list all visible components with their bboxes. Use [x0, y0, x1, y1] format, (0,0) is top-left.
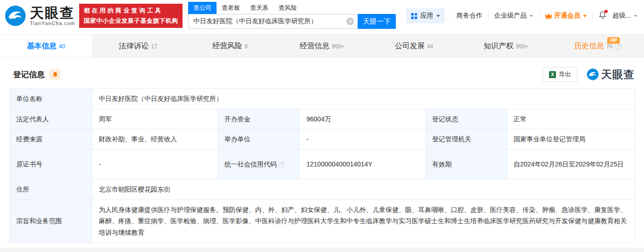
nav-divider: [592, 13, 593, 19]
search-input-wrap: ✕: [188, 14, 358, 29]
chevron-down-icon: [583, 15, 587, 17]
tab-count: 40: [59, 43, 65, 50]
tianyancha-watermark: 天眼查: [587, 67, 635, 82]
tab-label: 经营信息: [300, 41, 330, 51]
field-value: 国家事业单位登记管理局: [507, 129, 635, 150]
tab-count: 44: [427, 43, 433, 50]
table-row: 原证书号 - 统一社会信用代码? 12100000400014014Y 有效期 …: [10, 149, 635, 179]
field-value: 中日友好医院（中日友好临床医学研究所）: [92, 89, 635, 109]
field-label: 单位名称: [10, 89, 92, 109]
tab-count: 70: [606, 43, 612, 50]
logo-text: 天眼查 TianYanCha.com: [30, 6, 75, 26]
tab-business-info[interactable]: 经营信息 999+: [276, 35, 368, 57]
field-label: 统一社会信用代码?: [218, 149, 300, 179]
help-icon[interactable]: ?: [278, 162, 285, 168]
nav-divider: [450, 13, 451, 19]
field-value: -: [92, 149, 218, 179]
nav-item-business-cooperation[interactable]: 商务合作: [456, 12, 482, 20]
field-label-text: 统一社会信用代码: [224, 160, 277, 168]
bell-icon: [52, 72, 58, 78]
tab-history-info[interactable]: VIP 历史信息 70 ?: [552, 35, 644, 57]
tab-intellectual-property[interactable]: 知识产权 999+: [460, 35, 552, 57]
nav-item-account[interactable]: 超级...: [612, 12, 637, 20]
nav-label: 企业级产品: [494, 12, 527, 20]
apps-grid-icon: [411, 13, 418, 20]
tianyancha-logo[interactable]: 天眼查 TianYanCha.com: [5, 5, 75, 27]
notifications-bell[interactable]: [598, 11, 607, 21]
apps-menu-label: 应用: [420, 12, 433, 20]
promo-banner: 都在用的商业查询工具 国家中小企业发展子基金旗下机构: [79, 4, 183, 28]
search-tabs: 查公司 查老板 查关系 查风险: [188, 3, 396, 14]
tab-count: 17: [151, 43, 157, 50]
chevron-down-icon: [634, 15, 637, 17]
logo-brand: 天眼查: [30, 6, 75, 20]
excel-icon: X: [549, 71, 556, 78]
tab-operating-risk[interactable]: 经营风险 9: [184, 35, 276, 57]
table-row: 宗旨和业务范围 为人民身体健康提供医疗与护理保健服务。预防保健、内、外、妇产、妇…: [10, 199, 635, 243]
site-header: 天眼查 TianYanCha.com 都在用的商业查询工具 国家中小企业发展子基…: [0, 0, 644, 34]
watermark-brand: 天眼查: [601, 67, 635, 82]
logo-domain: TianYanCha.com: [30, 20, 75, 26]
field-value: 周军: [92, 109, 218, 129]
page-bottom-strip: [0, 248, 644, 252]
apps-menu[interactable]: 应用: [406, 8, 445, 23]
export-button[interactable]: X 导出: [542, 67, 577, 82]
nav-divider: [539, 13, 539, 19]
field-label: 法定代表人: [10, 109, 92, 129]
table-row: 单位名称 中日友好医院（中日友好临床医学研究所）: [10, 89, 635, 109]
nav-item-open-vip[interactable]: 开通会员: [545, 12, 587, 20]
tianyancha-swirl-icon: [587, 68, 599, 80]
search-tab-risk[interactable]: 查风险: [273, 2, 302, 14]
field-value: -: [300, 129, 426, 150]
field-value: 12100000400014014Y: [300, 149, 426, 179]
field-value: 为人民身体健康提供医疗与护理保健服务。预防保健、内、外、妇产、妇女保健、儿、小儿…: [92, 199, 635, 243]
field-value: 北京市朝阳区樱花园东街: [92, 179, 635, 199]
tab-basic-info[interactable]: 基本信息 40: [0, 35, 92, 57]
search-input[interactable]: [188, 14, 358, 29]
page: 天眼查 TianYanCha.com 都在用的商业查询工具 国家中小企业发展子基…: [0, 0, 644, 252]
tab-count: 9: [244, 43, 248, 50]
top-nav: 应用 商务合作 企业级产品 开通会员: [406, 8, 637, 23]
search-button[interactable]: 天眼一下: [358, 14, 396, 29]
nav-item-enterprise-products[interactable]: 企业级产品: [494, 12, 533, 20]
tab-label: 经营风险: [212, 41, 242, 51]
field-label: 经费来源: [10, 129, 92, 150]
tab-legal-litigation[interactable]: 法律诉讼 17: [92, 35, 184, 57]
promo-banner-line2: 国家中小企业发展子基金旗下机构: [84, 17, 178, 25]
field-value: 自2024年02月26日至2029年02月25日: [507, 149, 635, 179]
tab-label: 知识产权: [484, 41, 514, 51]
field-label: 原证书号: [10, 149, 92, 179]
field-value: 财政补助、事业、经营收入: [92, 129, 218, 150]
tab-company-development[interactable]: 公司发展 44: [368, 35, 460, 57]
tab-label: 法律诉讼: [119, 41, 149, 51]
field-value: 96004万: [300, 109, 426, 129]
search-tab-company[interactable]: 查公司: [188, 2, 217, 14]
field-label: 住所: [10, 179, 92, 199]
account-label: 超级...: [612, 12, 631, 20]
section-title: 登记信息: [13, 69, 45, 80]
chevron-down-icon: [436, 15, 440, 17]
notification-dot: [604, 10, 608, 13]
tianyancha-swirl-icon: [5, 5, 26, 27]
tab-label: 历史信息: [574, 41, 604, 51]
promo-banner-line1: 都在用的商业查询工具: [84, 7, 178, 15]
nav-divider: [488, 13, 488, 19]
field-label: 登记管理机关: [426, 129, 507, 150]
nav-label: 商务合作: [456, 12, 482, 20]
section-actions: X 导出 天眼查: [542, 67, 635, 82]
table-row: 经费来源 财政补助、事业、经营收入 举办单位 - 登记管理机关 国家事业单位登记…: [10, 129, 635, 150]
search-box: ✕ 天眼一下: [188, 14, 396, 29]
company-tabbar: 基本信息 40 法律诉讼 17 经营风险 9 经营信息 999+ 公司发展 44…: [0, 34, 644, 58]
monitor-bell-button[interactable]: [49, 69, 61, 80]
field-label: 开办资金: [218, 109, 300, 129]
table-row: 法定代表人 周军 开办资金 96004万 登记状态 正常: [10, 109, 635, 129]
search-tab-boss[interactable]: 查老板: [217, 2, 245, 14]
search-tab-relation[interactable]: 查关系: [245, 2, 273, 14]
tab-label: 公司发展: [395, 41, 425, 51]
vip-badge: VIP: [607, 37, 619, 44]
table-row: 住所 北京市朝阳区樱花园东街: [10, 179, 635, 199]
registration-section-header: 登记信息 X 导出 天眼查: [0, 58, 644, 88]
field-label: 举办单位: [218, 129, 300, 150]
field-label: 登记状态: [426, 109, 507, 129]
nav-label: 开通会员: [554, 12, 580, 20]
